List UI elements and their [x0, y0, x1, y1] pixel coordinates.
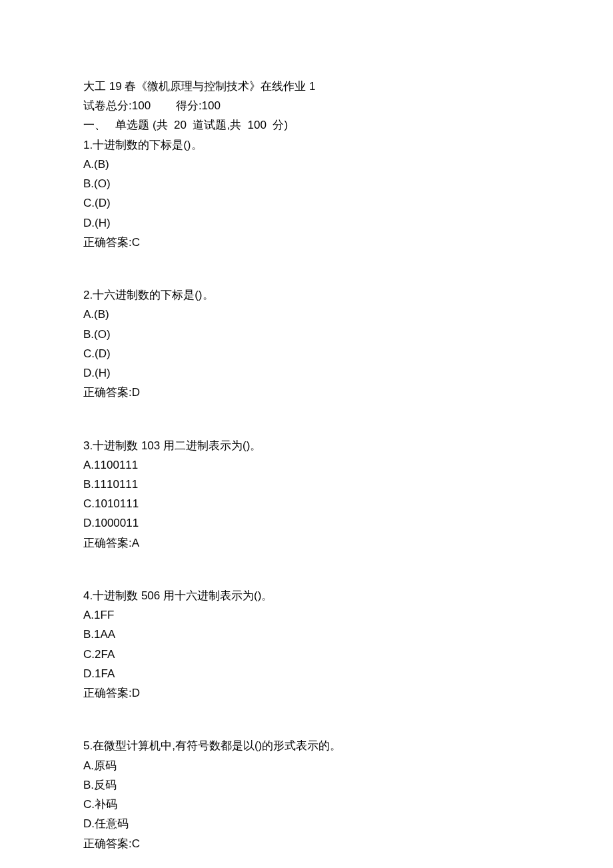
answer-value: :A: [129, 537, 139, 549]
question-stem: 2.十六进制数的下标是()。: [83, 285, 530, 305]
answer-label: 正确答案: [83, 236, 129, 249]
section-cn5: 共: [230, 119, 241, 131]
option-a: A.(B): [83, 305, 530, 324]
question-suffix: ()。: [183, 139, 202, 151]
answer-label: 正确答案: [83, 687, 129, 699]
option-b: B.(O): [83, 174, 530, 193]
option-b: B.(O): [83, 325, 530, 344]
section-gap: [106, 119, 115, 131]
section-type: 单选题: [115, 119, 149, 131]
option-text: 补码: [95, 798, 117, 811]
title-prefix: 大工: [83, 80, 106, 93]
title-mid: 19: [106, 80, 125, 93]
option-c: C.(D): [83, 344, 530, 363]
question-text-2: 用十六进制表示为: [163, 589, 254, 602]
section-header: 一、 单选题 (共 20 道试题,共 100 分): [83, 115, 530, 135]
option-c: C.1010111: [83, 494, 530, 513]
question-text-1: 十进制数: [93, 439, 138, 452]
question-text-2: 用二进制表示为: [163, 439, 243, 452]
option-d: D.1000011: [83, 513, 530, 533]
question-suffix: ()。: [243, 439, 261, 452]
answer-value: :D: [129, 386, 140, 399]
option-a: A.(B): [83, 155, 530, 174]
document-body: 大工 19 春《微机原理与控制技术》在线作业 1 试卷总分:100 得分:100…: [83, 77, 530, 868]
answer-line: 正确答案:A: [83, 533, 530, 553]
answer-line: 正确答案:D: [83, 383, 530, 402]
answer-value: :C: [129, 236, 140, 249]
answer-label: 正确答案: [83, 386, 129, 399]
question-text-2: 有符号数都是以: [175, 739, 255, 752]
section-cn6: 分: [273, 119, 284, 131]
question-text-3: 的形式表示的。: [262, 739, 341, 752]
option-a: A.1100111: [83, 455, 530, 475]
question-suffix: ()。: [195, 289, 213, 301]
answer-line: 正确答案:C: [83, 834, 530, 853]
answer-label: 正确答案: [83, 537, 129, 549]
score-gap: [151, 99, 176, 112]
section-p1: (: [149, 119, 156, 131]
score-total-value: :100: [129, 99, 151, 112]
option-b: B.反码: [83, 775, 530, 795]
option-prefix: D.: [83, 817, 95, 830]
answer-line: 正确答案:C: [83, 233, 530, 252]
option-text: 原码: [94, 759, 117, 772]
question-mid: 506: [138, 589, 163, 602]
question-text-1: 在微型计算机中: [93, 739, 172, 752]
question-text: 十六进制数的下标是: [93, 289, 195, 301]
score-line: 试卷总分:100 得分:100: [83, 96, 530, 115]
question-2: 2.十六进制数的下标是()。 A.(B) B.(O) C.(D) D.(H) 正…: [83, 285, 530, 402]
section-cn4: 道试题: [193, 119, 227, 131]
answer-label: 正确答案: [83, 837, 129, 850]
option-c: C.2FA: [83, 645, 530, 664]
option-b: B.1110111: [83, 475, 530, 494]
option-prefix: B.: [83, 779, 94, 791]
score-label-got: 得分: [176, 99, 199, 112]
question-number: 5.: [83, 739, 93, 752]
question-1: 1.十进制数的下标是()。 A.(B) B.(O) C.(D) D.(H) 正确…: [83, 135, 530, 252]
question-mid: 103: [138, 439, 163, 452]
section-num: 一、: [83, 119, 106, 131]
section-p2: ): [284, 119, 288, 131]
question-number: 2.: [83, 289, 93, 301]
question-suffix: ()。: [254, 589, 273, 602]
section-mid2: 100: [241, 119, 273, 131]
answer-value: :D: [129, 687, 140, 699]
question-number: 3.: [83, 439, 93, 452]
option-prefix: C.: [83, 798, 95, 811]
question-stem: 3.十进制数 103 用二进制表示为()。: [83, 436, 530, 455]
question-number: 1.: [83, 139, 93, 151]
option-c: C.(D): [83, 193, 530, 213]
title-suffix: 1: [306, 80, 315, 93]
question-paren: (): [255, 739, 262, 752]
question-text-1: 十进制数: [93, 589, 138, 602]
option-a: A.原码: [83, 756, 530, 775]
option-c: C.补码: [83, 795, 530, 814]
question-stem: 4.十进制数 506 用十六进制表示为()。: [83, 586, 530, 605]
document-title: 大工 19 春《微机原理与控制技术》在线作业 1: [83, 77, 530, 96]
question-number: 4.: [83, 589, 93, 602]
score-got-value: :100: [199, 99, 221, 112]
option-d: D.1FA: [83, 664, 530, 683]
option-prefix: A.: [83, 759, 94, 772]
option-a: A.1FF: [83, 605, 530, 625]
title-cn2: 春《微机原理与控制技术》在线作业: [125, 80, 306, 93]
question-5: 5.在微型计算机中,有符号数都是以()的形式表示的。 A.原码 B.反码 C.补…: [83, 736, 530, 853]
answer-value: :C: [129, 837, 140, 850]
question-4: 4.十进制数 506 用十六进制表示为()。 A.1FF B.1AA C.2FA…: [83, 586, 530, 703]
option-text: 任意码: [95, 817, 129, 830]
section-mid1: 20: [168, 119, 193, 131]
question-text: 十进制数的下标是: [93, 139, 183, 151]
option-b: B.1AA: [83, 625, 530, 644]
option-d: D.任意码: [83, 814, 530, 833]
option-d: D.(H): [83, 213, 530, 233]
question-3: 3.十进制数 103 用二进制表示为()。 A.1100111 B.111011…: [83, 436, 530, 553]
section-cn3: 共: [157, 119, 168, 131]
option-d: D.(H): [83, 363, 530, 383]
option-text: 反码: [94, 779, 117, 791]
answer-line: 正确答案:D: [83, 683, 530, 703]
score-label-total: 试卷总分: [83, 99, 129, 112]
question-stem: 5.在微型计算机中,有符号数都是以()的形式表示的。: [83, 736, 530, 755]
question-stem: 1.十进制数的下标是()。: [83, 135, 530, 155]
